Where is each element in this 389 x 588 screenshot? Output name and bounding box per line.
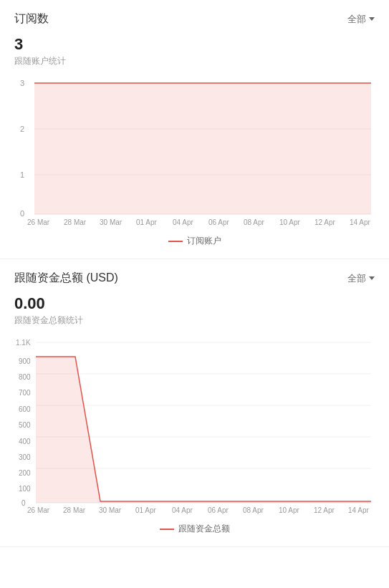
svg-text:100: 100	[19, 485, 31, 493]
svg-text:1.1K: 1.1K	[16, 339, 31, 347]
svg-text:26 Mar: 26 Mar	[27, 506, 50, 514]
section1-legend: 订阅账户	[14, 235, 375, 247]
svg-text:06 Apr: 06 Apr	[208, 506, 229, 514]
svg-text:28 Mar: 28 Mar	[64, 218, 87, 226]
section2-header: 跟随资金总额 (USD) 全部	[14, 271, 375, 286]
svg-text:12 Apr: 12 Apr	[314, 218, 336, 226]
svg-text:01 Apr: 01 Apr	[136, 218, 158, 226]
section1-stat-value: 3	[14, 35, 375, 54]
svg-text:08 Apr: 08 Apr	[243, 506, 264, 514]
svg-text:700: 700	[19, 389, 31, 397]
svg-text:600: 600	[19, 405, 31, 413]
svg-text:10 Apr: 10 Apr	[279, 218, 301, 226]
section1-filter-button[interactable]: 全部	[347, 13, 375, 26]
section2-filter-arrow-icon	[369, 276, 375, 280]
section2-stat-desc: 跟随资金总额统计	[14, 314, 375, 327]
svg-text:800: 800	[19, 373, 31, 381]
subscription-count-section: 订阅数 全部 3 跟随账户统计 3 2 1 0 26 Mar 28 Mar 3	[0, 0, 389, 259]
svg-text:0: 0	[21, 499, 26, 507]
svg-text:14 Apr: 14 Apr	[348, 506, 370, 514]
svg-text:28 Mar: 28 Mar	[63, 506, 86, 514]
section1-filter-arrow-icon	[369, 17, 375, 21]
svg-text:04 Apr: 04 Apr	[173, 218, 194, 226]
section1-title: 订阅数	[14, 11, 49, 26]
svg-text:0: 0	[20, 209, 24, 218]
svg-text:300: 300	[19, 453, 31, 461]
section2-legend-line	[160, 529, 174, 530]
section1-filter-label: 全部	[347, 13, 366, 26]
section2-stat-value: 0.00	[14, 294, 375, 313]
section1-chart: 3 2 1 0 26 Mar 28 Mar 30 Mar 01 Apr 04 A…	[14, 76, 375, 229]
section1-legend-line	[168, 241, 183, 242]
svg-text:06 Apr: 06 Apr	[208, 218, 230, 226]
section1-legend-label: 订阅账户	[187, 235, 221, 247]
svg-text:1: 1	[20, 170, 24, 179]
svg-text:08 Apr: 08 Apr	[244, 218, 265, 226]
svg-text:900: 900	[19, 357, 31, 365]
section2-title: 跟随资金总额 (USD)	[14, 271, 118, 286]
section1-stat-desc: 跟随账户统计	[14, 55, 375, 67]
follow-funds-section: 跟随资金总额 (USD) 全部 0.00 跟随资金总额统计 1.1K 900 8…	[0, 259, 389, 547]
svg-text:30 Mar: 30 Mar	[99, 506, 122, 514]
svg-text:2: 2	[20, 125, 24, 133]
svg-text:26 Mar: 26 Mar	[27, 218, 50, 226]
section2-legend: 跟随资金总额	[14, 523, 375, 535]
svg-text:12 Apr: 12 Apr	[314, 506, 335, 514]
section2-filter-label: 全部	[347, 272, 366, 285]
section1-header: 订阅数 全部	[14, 11, 375, 26]
svg-text:200: 200	[19, 469, 31, 477]
svg-text:500: 500	[19, 421, 31, 429]
section2-chart: 1.1K 900 800 700 600 500 400 300 200 100…	[14, 335, 375, 517]
svg-text:10 Apr: 10 Apr	[279, 506, 300, 514]
svg-text:04 Apr: 04 Apr	[172, 506, 193, 514]
svg-text:01 Apr: 01 Apr	[135, 506, 157, 514]
svg-text:30 Mar: 30 Mar	[100, 218, 123, 226]
section2-filter-button[interactable]: 全部	[347, 272, 375, 285]
svg-text:14 Apr: 14 Apr	[350, 218, 371, 226]
svg-text:3: 3	[20, 79, 24, 87]
section2-legend-label: 跟随资金总额	[178, 523, 230, 535]
svg-text:400: 400	[19, 438, 31, 445]
